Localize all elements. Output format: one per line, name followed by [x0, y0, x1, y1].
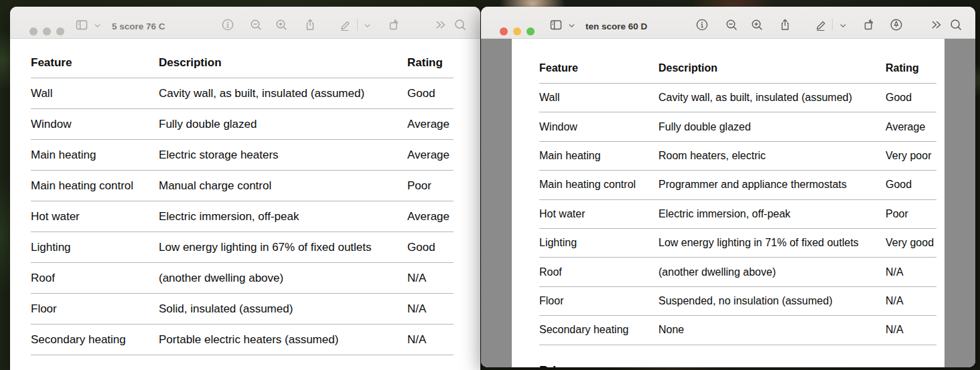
preview-window-right: ten score 60 D FeatureDescriptionRating …	[481, 7, 975, 367]
feature-cell: Hot water	[31, 210, 159, 223]
zoom-window-button[interactable]	[527, 27, 535, 35]
description-cell: Low energy lighting in 71% of fixed outl…	[658, 237, 886, 249]
feature-cell: Main heating control	[31, 179, 159, 193]
zoom-out-icon[interactable]	[723, 16, 740, 33]
feature-cell: Lighting	[539, 237, 658, 249]
description-cell: Manual charge control	[159, 179, 407, 193]
description-cell: (another dwelling above)	[159, 272, 407, 285]
table-row: LightingLow energy lighting in 67% of fi…	[31, 232, 453, 263]
table-row: WallCavity wall, as built, insulated (as…	[539, 84, 936, 112]
table-header-row: FeatureDescriptionRating	[31, 39, 453, 78]
title-bar[interactable]: ten score 60 D	[481, 7, 975, 39]
info-icon[interactable]	[693, 16, 711, 33]
column-header: Rating	[886, 62, 936, 74]
zoom-out-icon[interactable]	[247, 16, 265, 33]
feature-cell: Hot water	[539, 208, 658, 220]
rating-cell: Good	[407, 241, 453, 254]
share-icon[interactable]	[776, 16, 794, 33]
toolbar-divider	[357, 19, 358, 31]
rating-cell: Average	[407, 149, 453, 162]
rating-cell: Average	[407, 210, 453, 223]
feature-cell: Wall	[31, 87, 159, 100]
zoom-in-icon[interactable]	[748, 16, 766, 33]
search-icon[interactable]	[947, 16, 965, 33]
description-cell: Suspended, no insulation (assumed)	[658, 295, 886, 307]
feature-cell: Roof	[31, 272, 159, 285]
description-cell: Cavity wall, as built, insulated (assume…	[159, 87, 407, 100]
feature-cell: Secondary heating	[539, 324, 658, 336]
window-title: 5 score 76 C	[112, 21, 165, 31]
rating-cell: Very poor	[886, 150, 936, 162]
search-icon[interactable]	[451, 16, 469, 33]
feature-cell: Main heating	[539, 150, 658, 162]
feature-cell: Wall	[539, 92, 658, 104]
description-cell: Fully double glazed	[658, 121, 886, 133]
column-header: Description	[658, 62, 886, 74]
rating-cell: N/A	[886, 324, 936, 336]
features-table: FeatureDescriptionRating WallCavity wall…	[31, 39, 453, 355]
table-row: LightingLow energy lighting in 71% of fi…	[539, 229, 936, 258]
next-section-heading: Primary energy use	[539, 363, 936, 367]
description-cell: (another dwelling above)	[658, 266, 886, 278]
info-icon[interactable]	[219, 16, 236, 33]
description-cell: Solid, insulated (assumed)	[159, 302, 407, 316]
autofill-pen-icon[interactable]	[888, 16, 905, 33]
chevron-down-icon[interactable]	[88, 16, 106, 33]
rating-cell: N/A	[407, 272, 453, 285]
chevron-down-icon[interactable]	[563, 16, 580, 33]
table-row: WindowFully double glazedAverage	[539, 112, 936, 141]
feature-cell: Window	[539, 121, 658, 133]
column-header: Feature	[539, 62, 658, 74]
minimize-button[interactable]	[513, 27, 521, 35]
rating-cell: Poor	[886, 208, 936, 220]
zoom-window-button[interactable]	[56, 27, 64, 35]
description-cell: Portable electric heaters (assumed)	[159, 333, 407, 347]
share-icon[interactable]	[301, 16, 319, 33]
document-view[interactable]: FeatureDescriptionRating WallCavity wall…	[481, 39, 975, 367]
feature-cell: Roof	[539, 266, 658, 278]
markup-pencil-icon[interactable]	[336, 16, 354, 33]
rotate-icon[interactable]	[385, 16, 403, 33]
feature-cell: Main heating control	[539, 179, 658, 191]
more-icon[interactable]	[928, 16, 945, 33]
document-view[interactable]: FeatureDescriptionRating WallCavity wall…	[10, 39, 480, 370]
table-row: Main heatingElectric storage heatersAver…	[31, 140, 453, 171]
description-cell: Electric immersion, off-peak	[159, 210, 407, 223]
rotate-icon[interactable]	[860, 16, 878, 33]
preview-window-left: 5 score 76 C FeatureDescriptionRating Wa…	[10, 7, 480, 370]
description-cell: Programmer and appliance thermostats	[658, 179, 886, 191]
table-body: WallCavity wall, as built, insulated (as…	[31, 78, 453, 355]
table-header-row: FeatureDescriptionRating	[539, 39, 936, 84]
table-row: Hot waterElectric immersion, off-peakPoo…	[539, 200, 936, 229]
close-button[interactable]	[29, 27, 38, 35]
description-cell: Electric immersion, off-peak	[658, 208, 886, 220]
pdf-page: FeatureDescriptionRating WallCavity wall…	[10, 39, 480, 370]
description-cell: Low energy lighting in 67% of fixed outl…	[159, 241, 407, 254]
chevron-down-icon[interactable]	[358, 16, 376, 33]
close-button[interactable]	[500, 27, 508, 35]
rating-cell: Good	[886, 179, 936, 191]
table-row: Main heatingRoom heaters, electricVery p…	[539, 142, 936, 171]
markup-pencil-icon[interactable]	[812, 16, 829, 33]
table-row: Roof(another dwelling above)N/A	[31, 263, 453, 294]
rating-cell: Average	[886, 121, 936, 133]
table-row: WindowFully double glazedAverage	[31, 109, 453, 140]
rating-cell: N/A	[407, 302, 453, 316]
chevron-down-icon[interactable]	[834, 16, 851, 33]
description-cell: None	[658, 324, 886, 336]
table-body: WallCavity wall, as built, insulated (as…	[539, 84, 936, 345]
zoom-in-icon[interactable]	[273, 16, 290, 33]
feature-cell: Window	[31, 118, 159, 131]
title-bar[interactable]: 5 score 76 C	[10, 7, 480, 39]
description-cell: Fully double glazed	[159, 118, 407, 131]
rating-cell: N/A	[886, 295, 936, 307]
feature-cell: Floor	[539, 295, 658, 307]
feature-cell: Lighting	[31, 241, 159, 254]
minimize-button[interactable]	[43, 27, 51, 35]
toolbar-divider	[832, 19, 833, 31]
more-icon[interactable]	[432, 16, 449, 33]
column-header: Rating	[407, 56, 453, 70]
feature-cell: Main heating	[31, 149, 159, 162]
rating-cell: N/A	[886, 266, 936, 278]
table-row: WallCavity wall, as built, insulated (as…	[31, 78, 453, 109]
